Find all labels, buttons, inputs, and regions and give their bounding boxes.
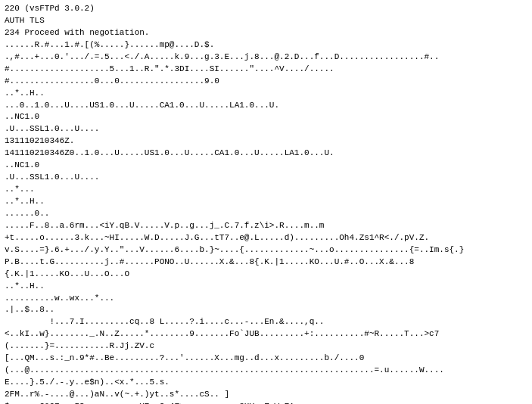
terminal-line: v.S....=}.6.+.../.y.Y.."...V......6....b…	[5, 244, 527, 256]
terminal-line: ..NC1.0	[5, 111, 527, 123]
terminal-line: .....F..8..a.6rm...<iY.qB.V.....V.p..g..…	[5, 220, 527, 232]
terminal-line: ......0..	[5, 208, 527, 220]
terminal-output: 220 (vsFTPd 3.0.2)AUTH TLS234 Proceed wi…	[5, 3, 527, 404]
terminal-line: .,#...+...0.'.../.=.5...<./.A.....k.9...…	[5, 51, 527, 64]
terminal-line: ..NC1.0	[5, 160, 527, 172]
terminal-line: 220 (vsFTPd 3.0.2)	[5, 3, 527, 15]
terminal-line: [...QM...s.:_n.9*#..Be.........?...'....…	[5, 353, 527, 365]
terminal-line: (.......}=...........R.Jj.ZV.c	[5, 340, 527, 353]
terminal-window: 220 (vsFTPd 3.0.2)AUTH TLS234 Proceed wi…	[0, 0, 532, 404]
terminal-line: .U...SSL1.0...U....	[5, 123, 527, 135]
terminal-line: #.................0...0.................…	[5, 76, 527, 88]
terminal-line: .|..$..8..	[5, 304, 527, 316]
terminal-line: ...0..1.0...U....US1.0...U.....CA1.0...U…	[5, 100, 527, 112]
terminal-line: #....................5...1..R.".*.3DI...…	[5, 64, 527, 76]
terminal-line: AUTH TLS	[5, 15, 527, 27]
terminal-line: ..*..H..	[5, 196, 527, 208]
terminal-line: .U...SSL1.0...U....	[5, 172, 527, 184]
terminal-line: {.K.|1.....KO...U...O...O	[5, 269, 527, 281]
terminal-line: !...7.I.........cq..8 L.....?.i....c...-…	[5, 316, 527, 328]
terminal-line: E....}.5./.-.y..e$n)..<x.*...5.s.	[5, 377, 527, 389]
terminal-line: ..*..H..	[5, 88, 527, 100]
terminal-line: ..*...	[5, 184, 527, 196]
terminal-line: 234 Proceed with negotiation.	[5, 27, 527, 39]
terminal-line: ......R.#...1.#.[(%.....}......mp@....D.…	[5, 39, 527, 51]
terminal-line: 141110210346Z0..1.0...U.....US1.0...U...…	[5, 148, 527, 160]
terminal-line: 131110210346Z.	[5, 135, 527, 148]
terminal-line: +t.....o......3.k...~HI.....W.D.....J.G.…	[5, 232, 527, 244]
terminal-line: P.B....t.G..........j..#......PONO..U...…	[5, 256, 527, 269]
terminal-line: 2FM..r%.-....@...)aN..v(~.+.)yt..s*....c…	[5, 389, 527, 401]
terminal-line: (...@...................................…	[5, 365, 527, 377]
terminal-line: $.....:G&07...5?......r....XE.n2.47>....…	[5, 401, 527, 404]
terminal-line: ..*..H..	[5, 281, 527, 293]
terminal-line: <..kI..w}........_.N..Z.....*........9..…	[5, 328, 527, 340]
terminal-line: ..........w..wx...*...	[5, 293, 527, 305]
